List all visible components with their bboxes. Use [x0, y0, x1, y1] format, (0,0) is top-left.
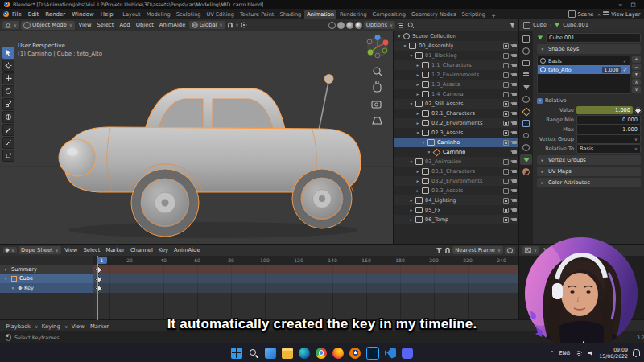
keyframe-area[interactable] [93, 265, 518, 320]
tab-object[interactable] [520, 106, 532, 117]
exclude-checkbox[interactable] [503, 140, 509, 146]
notification-bell-icon[interactable] [633, 349, 640, 356]
snap-mode-selector[interactable]: Nearest Frame ∨ [452, 246, 503, 254]
tool-annotate[interactable] [2, 124, 14, 136]
tab-sculpting[interactable]: Sculpting [173, 10, 204, 20]
exclude-checkbox[interactable] [503, 208, 509, 213]
outliner-row[interactable]: ▾02.3_Assets [394, 128, 519, 138]
exclude-checkbox[interactable] [503, 130, 509, 136]
volume-icon[interactable] [588, 350, 594, 356]
outliner-editor-icon[interactable] [397, 22, 404, 29]
wifi-icon[interactable] [575, 350, 583, 356]
add-shape-key-button[interactable]: + [632, 56, 641, 63]
view-layer-selector[interactable]: View Layer [611, 11, 640, 18]
shape-key-specials-button[interactable]: ▾ [632, 71, 641, 78]
viewport-menu-view[interactable]: View [76, 22, 93, 28]
blender-taskbar-icon[interactable] [349, 348, 361, 359]
mute-checkbox[interactable]: ✓ [623, 67, 627, 73]
camera-visibility-icon[interactable] [512, 208, 517, 212]
channel-cube[interactable]: ▾ Cube [0, 274, 93, 284]
editor-type-selector[interactable]: ∨ [3, 247, 17, 253]
exclude-checkbox[interactable] [503, 217, 509, 223]
tab-modifiers[interactable] [520, 118, 532, 129]
timeline-ruler[interactable]: 20 40 60 80 100 120 140 160 180 200 220 … [93, 256, 518, 265]
outliner-row[interactable]: ▸03.2_Environments [394, 176, 519, 186]
move-shape-key-up-button[interactable]: ∧ [632, 79, 641, 86]
outliner-row[interactable]: ▸02.2_Environments [394, 118, 519, 128]
transform-orientation-selector[interactable]: Global ∨ [189, 21, 225, 29]
blender-menu-icon[interactable] [3, 11, 9, 17]
camera-visibility-icon[interactable] [512, 93, 517, 96]
tool-cursor[interactable] [2, 60, 14, 72]
tab-rendering[interactable]: Rendering [336, 10, 369, 20]
scene-selector[interactable]: Scene [578, 11, 594, 18]
shape-keys-panel-header[interactable]: ▾ Shape Keys [537, 44, 641, 54]
remove-shape-key-button[interactable]: − [632, 64, 641, 71]
tab-view-layer[interactable] [520, 70, 532, 80]
minimize-button[interactable]: − [618, 2, 622, 8]
tab-world[interactable] [520, 94, 532, 105]
camera-visibility-icon[interactable] [512, 73, 517, 76]
vertex-group-field[interactable]: ∨ [576, 134, 641, 144]
viewport-menu-select[interactable]: Select [95, 22, 116, 28]
chrome-icon[interactable] [316, 348, 327, 359]
viewport-menu-add[interactable]: Add [118, 22, 132, 28]
camera-visibility-icon[interactable] [512, 131, 517, 134]
tool-scale[interactable] [2, 98, 14, 110]
tool-measure[interactable] [2, 137, 14, 149]
add-workspace-button[interactable]: + [488, 13, 499, 19]
outliner-row[interactable]: ▸1.2_Environments [394, 70, 519, 80]
shading-wireframe-icon[interactable] [328, 22, 336, 29]
menu-file[interactable]: File [9, 11, 25, 18]
channel-summary[interactable]: ▾ Summary [0, 265, 93, 274]
exclude-checkbox[interactable] [503, 198, 509, 204]
uv-maps-panel-header[interactable]: ▸ UV Maps [537, 167, 641, 176]
viewport-menu-animaide[interactable]: AnimAide [157, 22, 188, 28]
widgets-icon[interactable] [265, 348, 276, 359]
camera-visibility-icon[interactable] [512, 54, 517, 57]
vscode-icon[interactable] [385, 348, 396, 359]
tab-shading[interactable]: Shading [277, 10, 304, 20]
mute-checkbox[interactable]: ✓ [623, 58, 627, 64]
dope-sheet-mode-selector[interactable]: Dope Sheet ∨ [19, 246, 61, 254]
exclude-checkbox[interactable] [503, 72, 509, 78]
dope-sheet-menu-animaide[interactable]: AnimAide [172, 247, 203, 253]
camera-visibility-icon[interactable] [512, 83, 517, 86]
tab-compositing[interactable]: Compositing [369, 10, 408, 20]
language-indicator[interactable]: ENG [559, 350, 571, 356]
pan-hand-icon[interactable] [374, 81, 381, 92]
photoshop-icon[interactable] [366, 347, 379, 360]
breadcrumb-data[interactable]: Cube.001 [563, 22, 588, 28]
tab-modeling[interactable]: Modeling [143, 10, 173, 20]
tab-object-data[interactable] [520, 154, 532, 165]
outliner-row[interactable]: ▾01_Blocking [394, 51, 519, 60]
camera-visibility-icon[interactable] [512, 44, 517, 47]
windows-start-button[interactable] [231, 348, 242, 359]
outliner-row[interactable]: ▾02_Still Assets [394, 99, 519, 109]
camera-visibility-icon[interactable] [512, 121, 517, 125]
shape-key-row-teto-alto[interactable]: teto_Alto 1.000 ✓ [538, 65, 630, 74]
outliner-row[interactable]: ▾03_Animation [394, 157, 519, 167]
tab-animation[interactable]: Animation [304, 10, 337, 20]
tool-select-box[interactable] [2, 47, 14, 59]
exclude-checkbox[interactable] [503, 92, 509, 97]
snap-magnet-icon[interactable] [227, 22, 233, 28]
search-icon[interactable] [407, 22, 415, 29]
exclude-checkbox[interactable] [503, 82, 509, 88]
camera-visibility-icon[interactable] [512, 179, 517, 183]
camera-visibility-icon[interactable] [512, 141, 517, 144]
camera-visibility-icon[interactable] [512, 64, 517, 67]
exclude-checkbox[interactable] [503, 63, 509, 68]
outliner-row[interactable]: ▸04_Lighting [394, 195, 519, 205]
camera-visibility-icon[interactable] [512, 102, 517, 105]
relative-checkbox[interactable]: ✓ [537, 98, 543, 104]
tab-particles[interactable] [520, 130, 532, 141]
snap-magnet-icon[interactable] [444, 247, 451, 253]
tool-rotate[interactable] [2, 85, 14, 97]
breadcrumb-object[interactable]: Cube [533, 22, 547, 28]
keyframe-indicator-icon[interactable] [634, 106, 642, 114]
outliner-row[interactable]: ▾00_Assembly [394, 41, 519, 51]
tool-transform[interactable] [2, 111, 14, 123]
outliner-row[interactable]: ▸1.4_Camera [394, 89, 519, 99]
range-max-field[interactable]: 1.000 [576, 125, 641, 134]
